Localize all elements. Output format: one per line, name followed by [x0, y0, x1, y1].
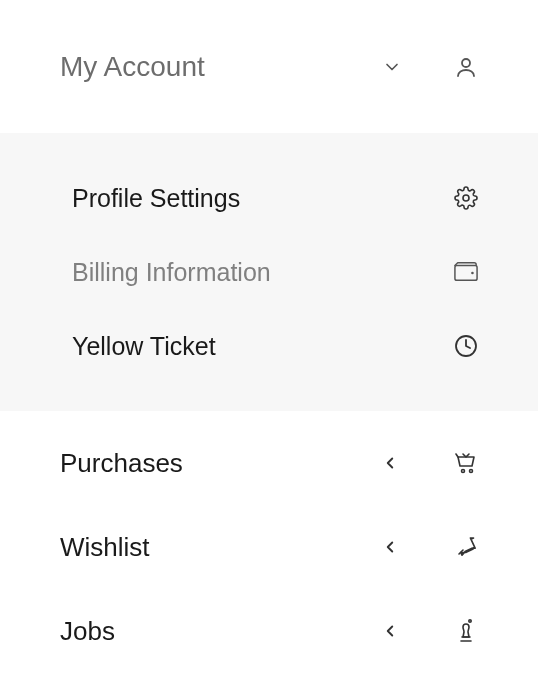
- main-row-icons: [378, 451, 478, 475]
- main-item-purchases[interactable]: Purchases: [0, 421, 538, 505]
- submenu-item-billing-information[interactable]: Billing Information: [0, 235, 538, 309]
- submenu-label: Yellow Ticket: [72, 332, 454, 361]
- main-label: Wishlist: [60, 532, 378, 563]
- main-row-icons: [378, 535, 478, 559]
- chevron-left-icon[interactable]: [378, 451, 402, 475]
- submenu-item-yellow-ticket[interactable]: Yellow Ticket: [0, 309, 538, 383]
- user-icon[interactable]: [454, 55, 478, 79]
- svg-point-0: [462, 59, 470, 67]
- account-main-list: Purchases Wishlist: [0, 411, 538, 673]
- main-item-jobs[interactable]: Jobs: [0, 589, 538, 673]
- wallet-icon: [454, 261, 478, 283]
- header-icons: [380, 55, 478, 79]
- chevron-down-icon[interactable]: [380, 55, 404, 79]
- gear-icon: [454, 186, 478, 210]
- cart-icon: [454, 451, 478, 475]
- svg-point-3: [472, 272, 473, 273]
- svg-point-1: [463, 195, 469, 201]
- main-row-icons: [378, 619, 478, 643]
- account-header[interactable]: My Account: [0, 0, 538, 133]
- account-submenu: Profile Settings Billing Information Yel…: [0, 133, 538, 411]
- chevron-left-icon[interactable]: [378, 535, 402, 559]
- chess-piece-icon: [454, 619, 478, 643]
- main-label: Jobs: [60, 616, 378, 647]
- clock-icon: [454, 334, 478, 358]
- svg-point-5: [462, 470, 465, 473]
- submenu-label: Billing Information: [72, 258, 454, 287]
- svg-point-6: [470, 470, 473, 473]
- submenu-label: Profile Settings: [72, 184, 454, 213]
- svg-point-8: [469, 620, 471, 622]
- account-title: My Account: [60, 51, 380, 83]
- main-label: Purchases: [60, 448, 378, 479]
- submenu-item-profile-settings[interactable]: Profile Settings: [0, 161, 538, 235]
- pin-icon: [454, 535, 478, 559]
- main-item-wishlist[interactable]: Wishlist: [0, 505, 538, 589]
- chevron-left-icon[interactable]: [378, 619, 402, 643]
